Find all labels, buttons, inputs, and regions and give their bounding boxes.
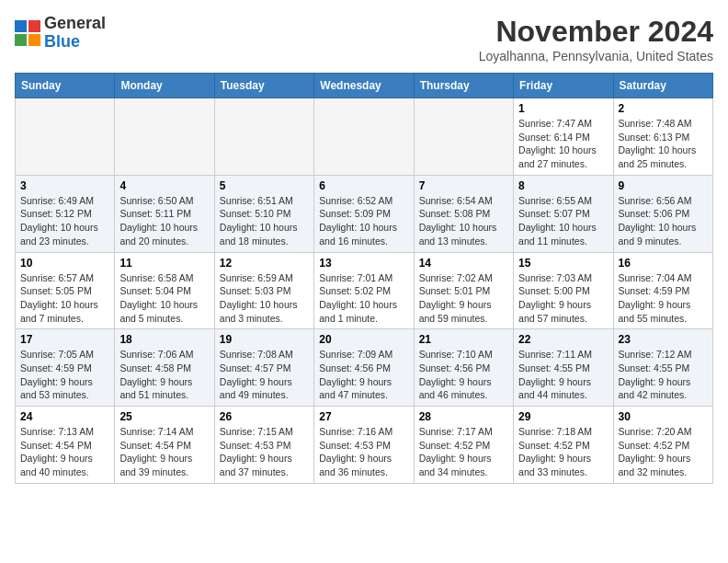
day-number: 18 <box>119 333 209 346</box>
calendar-cell: 4Sunrise: 6:50 AMSunset: 5:11 PMDaylight… <box>115 175 214 252</box>
day-number: 2 <box>619 102 708 115</box>
day-detail: Sunrise: 7:10 AMSunset: 4:56 PMDaylight:… <box>419 348 508 402</box>
calendar-cell <box>16 98 115 176</box>
day-number: 8 <box>518 179 608 192</box>
calendar-cell: 7Sunrise: 6:54 AMSunset: 5:08 PMDaylight… <box>414 175 513 252</box>
calendar-week-row: 1Sunrise: 7:47 AMSunset: 6:14 PMDaylight… <box>16 98 713 176</box>
calendar-cell: 23Sunrise: 7:12 AMSunset: 4:55 PMDayligh… <box>613 329 712 407</box>
calendar-cell <box>115 98 214 176</box>
svg-rect-2 <box>15 34 27 46</box>
logo-blue: Blue <box>44 32 80 51</box>
weekday-header-sunday: Sunday <box>16 74 115 98</box>
month-title: November 2024 <box>479 15 713 49</box>
calendar-week-row: 10Sunrise: 6:57 AMSunset: 5:05 PMDayligh… <box>16 252 713 329</box>
day-detail: Sunrise: 7:04 AMSunset: 4:59 PMDaylight:… <box>619 271 708 326</box>
logo-general: General <box>44 14 106 32</box>
calendar-cell <box>314 98 414 176</box>
day-detail: Sunrise: 7:48 AMSunset: 6:13 PMDaylight:… <box>619 117 708 171</box>
weekday-header-tuesday: Tuesday <box>214 74 313 98</box>
calendar-cell: 24Sunrise: 7:13 AMSunset: 4:54 PMDayligh… <box>16 407 115 484</box>
day-number: 28 <box>419 410 508 423</box>
day-number: 1 <box>518 102 608 115</box>
day-detail: Sunrise: 7:17 AMSunset: 4:52 PMDaylight:… <box>419 425 508 479</box>
day-detail: Sunrise: 6:55 AMSunset: 5:07 PMDaylight:… <box>518 194 608 248</box>
day-detail: Sunrise: 7:20 AMSunset: 4:52 PMDaylight:… <box>619 425 708 479</box>
logo-text: General Blue <box>44 15 106 52</box>
day-detail: Sunrise: 7:18 AMSunset: 4:52 PMDaylight:… <box>518 425 608 479</box>
calendar-cell: 3Sunrise: 6:49 AMSunset: 5:12 PMDaylight… <box>16 175 115 252</box>
day-number: 17 <box>20 333 109 346</box>
day-detail: Sunrise: 7:13 AMSunset: 4:54 PMDaylight:… <box>20 425 109 479</box>
logo-icon <box>15 20 40 46</box>
calendar-cell: 22Sunrise: 7:11 AMSunset: 4:55 PMDayligh… <box>514 329 613 407</box>
day-number: 24 <box>20 410 109 423</box>
calendar-cell: 21Sunrise: 7:10 AMSunset: 4:56 PMDayligh… <box>414 329 513 407</box>
day-detail: Sunrise: 6:59 AMSunset: 5:03 PMDaylight:… <box>220 271 309 326</box>
day-number: 29 <box>518 410 608 423</box>
calendar-cell: 17Sunrise: 7:05 AMSunset: 4:59 PMDayligh… <box>16 329 115 407</box>
day-number: 13 <box>319 257 408 270</box>
day-number: 22 <box>518 333 608 346</box>
calendar-cell <box>214 98 313 176</box>
logo: General Blue <box>15 15 106 52</box>
day-number: 21 <box>419 333 508 346</box>
day-number: 19 <box>220 333 309 346</box>
location-subtitle: Loyalhanna, Pennsylvania, United States <box>479 49 713 63</box>
day-detail: Sunrise: 7:03 AMSunset: 5:00 PMDaylight:… <box>518 271 608 326</box>
day-detail: Sunrise: 6:49 AMSunset: 5:12 PMDaylight:… <box>20 194 109 248</box>
calendar-cell: 6Sunrise: 6:52 AMSunset: 5:09 PMDaylight… <box>314 175 414 252</box>
day-number: 15 <box>518 257 608 270</box>
calendar-cell <box>414 98 513 176</box>
calendar-cell: 10Sunrise: 6:57 AMSunset: 5:05 PMDayligh… <box>16 252 115 329</box>
day-number: 3 <box>20 179 109 192</box>
day-number: 4 <box>119 179 209 192</box>
day-detail: Sunrise: 6:57 AMSunset: 5:05 PMDaylight:… <box>20 271 109 326</box>
day-detail: Sunrise: 7:14 AMSunset: 4:54 PMDaylight:… <box>119 425 209 479</box>
calendar-cell: 11Sunrise: 6:58 AMSunset: 5:04 PMDayligh… <box>115 252 214 329</box>
day-detail: Sunrise: 7:06 AMSunset: 4:58 PMDaylight:… <box>119 348 209 402</box>
day-number: 16 <box>619 257 708 270</box>
day-detail: Sunrise: 6:56 AMSunset: 5:06 PMDaylight:… <box>619 194 708 248</box>
calendar-week-row: 17Sunrise: 7:05 AMSunset: 4:59 PMDayligh… <box>16 329 713 407</box>
calendar-header: SundayMondayTuesdayWednesdayThursdayFrid… <box>16 74 713 98</box>
calendar-week-row: 3Sunrise: 6:49 AMSunset: 5:12 PMDaylight… <box>16 175 713 252</box>
calendar-body: 1Sunrise: 7:47 AMSunset: 6:14 PMDaylight… <box>16 98 713 484</box>
day-detail: Sunrise: 7:02 AMSunset: 5:01 PMDaylight:… <box>419 271 508 326</box>
calendar-cell: 5Sunrise: 6:51 AMSunset: 5:10 PMDaylight… <box>214 175 313 252</box>
weekday-header-friday: Friday <box>514 74 613 98</box>
day-detail: Sunrise: 6:50 AMSunset: 5:11 PMDaylight:… <box>119 194 209 248</box>
calendar-cell: 2Sunrise: 7:48 AMSunset: 6:13 PMDaylight… <box>613 98 712 176</box>
day-number: 27 <box>319 410 408 423</box>
svg-rect-3 <box>28 34 40 46</box>
weekday-header-saturday: Saturday <box>613 74 712 98</box>
calendar-cell: 13Sunrise: 7:01 AMSunset: 5:02 PMDayligh… <box>314 252 414 329</box>
day-number: 23 <box>619 333 708 346</box>
calendar-week-row: 24Sunrise: 7:13 AMSunset: 4:54 PMDayligh… <box>16 407 713 484</box>
day-detail: Sunrise: 7:08 AMSunset: 4:57 PMDaylight:… <box>220 348 309 402</box>
day-detail: Sunrise: 6:58 AMSunset: 5:04 PMDaylight:… <box>119 271 209 326</box>
day-number: 25 <box>119 410 209 423</box>
weekday-header-row: SundayMondayTuesdayWednesdayThursdayFrid… <box>16 74 713 98</box>
day-number: 26 <box>220 410 309 423</box>
svg-rect-0 <box>15 20 27 32</box>
calendar-cell: 25Sunrise: 7:14 AMSunset: 4:54 PMDayligh… <box>115 407 214 484</box>
calendar-cell: 8Sunrise: 6:55 AMSunset: 5:07 PMDaylight… <box>514 175 613 252</box>
calendar-cell: 9Sunrise: 6:56 AMSunset: 5:06 PMDaylight… <box>613 175 712 252</box>
day-detail: Sunrise: 7:01 AMSunset: 5:02 PMDaylight:… <box>319 271 408 326</box>
weekday-header-thursday: Thursday <box>414 74 513 98</box>
calendar-cell: 26Sunrise: 7:15 AMSunset: 4:53 PMDayligh… <box>214 407 313 484</box>
day-detail: Sunrise: 7:15 AMSunset: 4:53 PMDaylight:… <box>220 425 309 479</box>
day-number: 9 <box>619 179 708 192</box>
calendar-cell: 15Sunrise: 7:03 AMSunset: 5:00 PMDayligh… <box>514 252 613 329</box>
day-detail: Sunrise: 7:16 AMSunset: 4:53 PMDaylight:… <box>319 425 408 479</box>
day-detail: Sunrise: 7:47 AMSunset: 6:14 PMDaylight:… <box>518 117 608 171</box>
day-detail: Sunrise: 6:52 AMSunset: 5:09 PMDaylight:… <box>319 194 408 248</box>
day-number: 7 <box>419 179 508 192</box>
calendar-cell: 18Sunrise: 7:06 AMSunset: 4:58 PMDayligh… <box>115 329 214 407</box>
day-detail: Sunrise: 6:51 AMSunset: 5:10 PMDaylight:… <box>220 194 309 248</box>
calendar-cell: 27Sunrise: 7:16 AMSunset: 4:53 PMDayligh… <box>314 407 414 484</box>
day-number: 5 <box>220 179 309 192</box>
day-number: 6 <box>319 179 408 192</box>
day-detail: Sunrise: 7:12 AMSunset: 4:55 PMDaylight:… <box>619 348 708 402</box>
calendar-cell: 1Sunrise: 7:47 AMSunset: 6:14 PMDaylight… <box>514 98 613 176</box>
